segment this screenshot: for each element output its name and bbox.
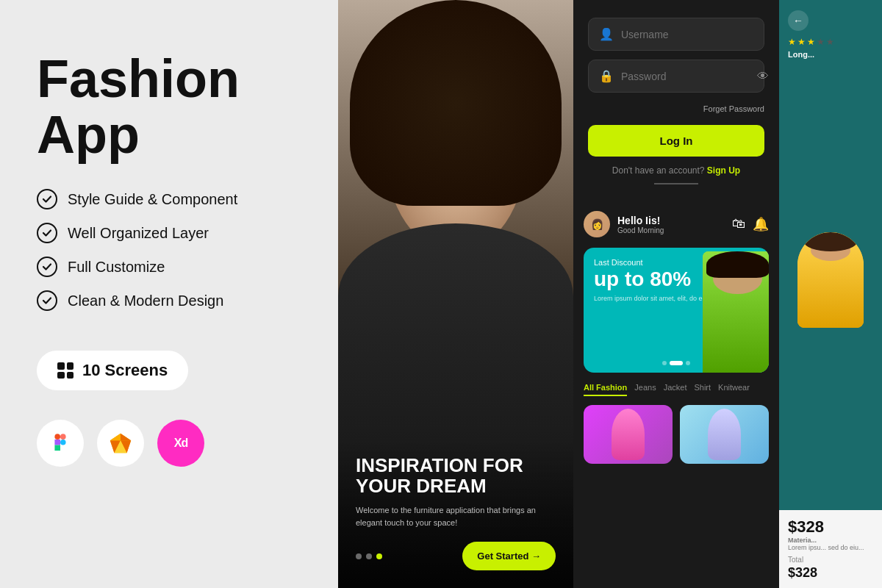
feature-label: Full Customize [68, 259, 165, 276]
figma-icon [37, 420, 84, 467]
app-title: Fashion App [37, 51, 301, 162]
phone-subtext: Welcome to the furniture application tha… [356, 504, 556, 528]
signup-row: Don't have an account? Sign Up [588, 165, 764, 176]
username-input[interactable] [621, 29, 753, 40]
svg-rect-2 [54, 440, 60, 445]
svg-point-3 [60, 440, 66, 445]
star-2: ★ [797, 37, 806, 47]
feature-item: Clean & Modern Design [37, 290, 301, 311]
feature-item: Style Guide & Component [37, 189, 301, 209]
total-label: Total [788, 556, 873, 564]
left-panel: Fashion App Style Guide & Component Well… [0, 0, 338, 588]
check-icon [37, 189, 57, 209]
feature-label: Well Organized Layer [68, 225, 209, 242]
discount-woman-image [703, 251, 769, 373]
discount-banner: Last Discount up to 80% Lorem ipsum dolo… [584, 248, 769, 373]
total-price: $328 [788, 565, 873, 581]
home-header-icons: 🛍 🔔 [732, 216, 769, 232]
phone-bg-photo: INSPIRATION FOR YOUR DREAM Welcome to th… [338, 0, 573, 588]
get-started-button[interactable]: Get Started → [462, 542, 556, 570]
divider [654, 183, 698, 184]
banner-dot-1 [662, 361, 667, 365]
product-card-1[interactable] [584, 405, 673, 464]
greeting: Hello Iis! [617, 215, 732, 226]
product-image-area [788, 60, 873, 500]
phone-dots [356, 553, 382, 559]
phone-content-bottom: INSPIRATION FOR YOUR DREAM Welcome to th… [338, 440, 573, 588]
feature-label: Style Guide & Component [68, 191, 237, 208]
app-title-line2: App [37, 105, 140, 164]
right-col-1: 👤 🔒 👁 Forget Password Log In Don't have … [573, 0, 779, 588]
check-icon [37, 257, 57, 277]
subgreeting: Good Morning [617, 226, 732, 234]
sketch-icon [97, 420, 144, 467]
product-price: $328 [788, 517, 873, 537]
avatar: 👩 [584, 211, 610, 237]
product-detail-bottom: $328 Materia... Lorem ipsu... sed do eiu… [779, 510, 882, 588]
bell-icon[interactable]: 🔔 [753, 216, 769, 232]
eye-icon[interactable]: 👁 [757, 70, 769, 83]
star-3: ★ [807, 37, 815, 47]
svg-rect-4 [54, 445, 60, 451]
star-empty-2: ★ [826, 37, 834, 47]
user-icon: 👤 [599, 27, 614, 41]
phone-headline: INSPIRATION FOR YOUR DREAM [356, 455, 556, 497]
login-button-label: Log In [660, 135, 693, 147]
home-header: 👩 Hello Iis! Good Morning 🛍 🔔 [584, 211, 769, 237]
right-panel: 👤 🔒 👁 Forget Password Log In Don't have … [573, 0, 882, 588]
login-button[interactable]: Log In [588, 125, 764, 157]
material-heading: Materia... [788, 537, 817, 544]
home-screen: 👩 Hello Iis! Good Morning 🛍 🔔 Last Disco… [573, 199, 779, 588]
lock-icon: 🔒 [599, 69, 614, 83]
password-input[interactable] [621, 71, 750, 82]
xd-icon: Xd [157, 420, 204, 467]
material-label: Materia... Lorem ipsu... sed do eiu... [788, 537, 873, 551]
xd-label: Xd [174, 437, 187, 450]
back-button[interactable]: ← [788, 10, 808, 31]
bag-icon[interactable]: 🛍 [732, 216, 745, 232]
hello-text: Hello Iis! Good Morning [617, 215, 732, 234]
banner-dot-2-active [670, 361, 683, 365]
svg-rect-0 [54, 434, 60, 440]
stars-row: ★ ★ ★ ★ ★ [788, 37, 873, 47]
category-jacket[interactable]: Jacket [664, 383, 687, 396]
check-icon [37, 290, 57, 311]
features-list: Style Guide & Component Well Organized L… [37, 189, 301, 324]
product-title: Long... [788, 50, 873, 59]
svg-marker-10 [110, 434, 121, 440]
get-started-label: Get Started → [477, 551, 541, 562]
phone-bottom-row: Get Started → [356, 542, 556, 570]
product-card-2[interactable] [680, 405, 769, 464]
dot-1 [356, 553, 362, 559]
app-title-line1: Fashion [37, 49, 240, 108]
signup-prompt: Don't have an account? [612, 165, 705, 176]
username-field[interactable]: 👤 [588, 18, 764, 51]
product-image [797, 232, 864, 328]
screens-badge[interactable]: 10 Screens [37, 351, 188, 390]
check-icon [37, 223, 57, 243]
svg-marker-6 [121, 434, 131, 440]
phone-screen: INSPIRATION FOR YOUR DREAM Welcome to th… [338, 0, 573, 588]
right-col-2: ← ★ ★ ★ ★ ★ Long... $328 [779, 0, 882, 588]
forgot-link[interactable]: Forget Password [703, 104, 764, 113]
signup-link[interactable]: Sign Up [707, 165, 740, 176]
category-knitwear[interactable]: Knitwear [718, 383, 750, 396]
forgot-row: Forget Password [588, 101, 764, 115]
category-all-fashion[interactable]: All Fashion [584, 383, 627, 396]
product-grid [584, 405, 769, 464]
tool-icons: Xd [37, 420, 301, 467]
dot-2 [366, 553, 372, 559]
password-field[interactable]: 🔒 👁 [588, 60, 764, 93]
category-shirt[interactable]: Shirt [694, 383, 711, 396]
banner-dot-3 [686, 361, 690, 365]
star-1: ★ [788, 37, 796, 47]
categories: All Fashion Jeans Jacket Shirt Knitwear [584, 383, 769, 396]
banner-dots [662, 361, 690, 365]
svg-rect-1 [60, 434, 66, 440]
feature-item: Full Customize [37, 257, 301, 277]
center-panel: INSPIRATION FOR YOUR DREAM Welcome to th… [338, 0, 573, 588]
material-desc: Lorem ipsu... sed do eiu... [788, 544, 864, 551]
screens-count: 10 Screens [82, 361, 168, 380]
feature-label: Clean & Modern Design [68, 293, 223, 309]
category-jeans[interactable]: Jeans [634, 383, 656, 396]
